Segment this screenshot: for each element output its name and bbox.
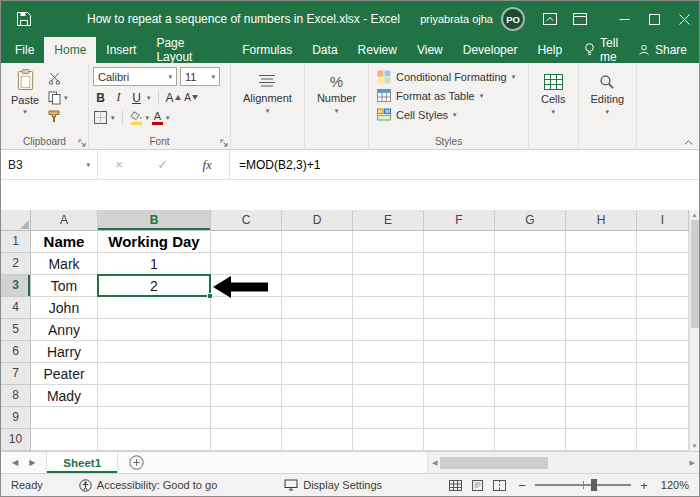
cell-B8[interactable] xyxy=(98,385,211,407)
cell-F3[interactable] xyxy=(424,275,495,297)
cell-D10[interactable] xyxy=(282,429,353,451)
number-button[interactable]: % Number ▾ xyxy=(309,67,364,115)
cell-H6[interactable] xyxy=(566,341,637,363)
tab-home[interactable]: Home xyxy=(44,37,96,63)
cell-A4[interactable]: John xyxy=(31,297,98,319)
copy-button[interactable]: ▾ xyxy=(48,90,68,105)
column-header-C[interactable]: C xyxy=(211,210,282,231)
cell-E6[interactable] xyxy=(353,341,424,363)
increase-font-button[interactable]: A xyxy=(166,89,181,106)
cell-B6[interactable] xyxy=(98,341,211,363)
cell-A3[interactable]: Tom xyxy=(31,275,98,297)
cell-C2[interactable] xyxy=(211,253,282,275)
column-header-B[interactable]: B xyxy=(98,210,211,231)
cell-H3[interactable] xyxy=(566,275,637,297)
sheet-nav-left-icon[interactable]: ◀ xyxy=(12,458,18,467)
accessibility-status[interactable]: Accessibility: Good to go xyxy=(79,479,217,492)
cell-H5[interactable] xyxy=(566,319,637,341)
cell-G10[interactable] xyxy=(495,429,566,451)
italic-button[interactable]: I xyxy=(111,89,126,106)
cell-D1[interactable] xyxy=(282,231,353,253)
cell-E1[interactable] xyxy=(353,231,424,253)
tab-data[interactable]: Data xyxy=(302,37,347,63)
row-header-1[interactable]: 1 xyxy=(1,231,31,253)
cell-F6[interactable] xyxy=(424,341,495,363)
cell-F5[interactable] xyxy=(424,319,495,341)
cell-G2[interactable] xyxy=(495,253,566,275)
borders-button[interactable] xyxy=(93,109,108,126)
bold-button[interactable]: B xyxy=(93,89,108,106)
cell-E5[interactable] xyxy=(353,319,424,341)
enter-entry-icon[interactable]: ✓ xyxy=(157,157,168,172)
horizontal-scrollbar[interactable]: ◀ ▶ xyxy=(427,452,699,473)
insert-function-button[interactable]: fx xyxy=(202,157,211,173)
cell-F9[interactable] xyxy=(424,407,495,429)
formula-input[interactable]: =MOD(B2,3)+1 xyxy=(230,150,699,179)
cell-C1[interactable] xyxy=(211,231,282,253)
cell-I7[interactable] xyxy=(637,363,689,385)
zoom-slider-thumb[interactable] xyxy=(591,479,597,491)
maximize-button[interactable] xyxy=(639,1,669,37)
cell-B10[interactable] xyxy=(98,429,211,451)
cell-A1[interactable]: Name xyxy=(31,231,98,253)
window-layout-button[interactable] xyxy=(565,1,595,37)
column-header-I[interactable]: I xyxy=(637,210,689,231)
cell-A2[interactable]: Mark xyxy=(31,253,98,275)
dialog-launcher-icon[interactable] xyxy=(78,139,86,147)
cell-B9[interactable] xyxy=(98,407,211,429)
format-painter-button[interactable] xyxy=(48,109,68,124)
fill-color-button[interactable] xyxy=(130,111,143,125)
zoom-slider[interactable] xyxy=(535,478,631,492)
paste-button[interactable]: Paste ▾ xyxy=(5,67,45,124)
tab-help[interactable]: Help xyxy=(527,37,572,63)
page-break-view-button[interactable] xyxy=(493,480,506,491)
cells-button[interactable]: Cells ▾ xyxy=(533,67,573,116)
vertical-scrollbar[interactable]: ▲ ▼ xyxy=(689,210,699,451)
dialog-launcher-icon[interactable] xyxy=(220,139,228,147)
cell-I6[interactable] xyxy=(637,341,689,363)
cell-A7[interactable]: Peater xyxy=(31,363,98,385)
font-size-select[interactable]: 11 ▾ xyxy=(180,67,220,86)
scroll-left-icon[interactable]: ◀ xyxy=(432,459,437,467)
cell-E3[interactable] xyxy=(353,275,424,297)
cell-F7[interactable] xyxy=(424,363,495,385)
column-header-G[interactable]: G xyxy=(495,210,566,231)
cell-B5[interactable] xyxy=(98,319,211,341)
sheet-nav-right-icon[interactable]: ▶ xyxy=(29,458,35,467)
cell-B1[interactable]: Working Day xyxy=(98,231,211,253)
cell-E9[interactable] xyxy=(353,407,424,429)
collapse-ribbon-button[interactable] xyxy=(684,140,693,145)
underline-button[interactable]: U xyxy=(129,89,144,106)
cell-D3[interactable] xyxy=(282,275,353,297)
cell-B2[interactable]: 1 xyxy=(98,253,211,275)
ribbon-display-options-button[interactable] xyxy=(535,1,565,37)
tell-me-button[interactable]: Tell me xyxy=(584,37,638,63)
row-header-10[interactable]: 10 xyxy=(1,429,31,451)
cell-B3[interactable]: 2 xyxy=(98,275,211,297)
cell-C8[interactable] xyxy=(211,385,282,407)
cell-I3[interactable] xyxy=(637,275,689,297)
cancel-entry-icon[interactable]: × xyxy=(115,157,123,172)
scroll-down-icon[interactable]: ▼ xyxy=(692,443,698,449)
share-button[interactable]: Share xyxy=(638,37,699,63)
cell-A9[interactable] xyxy=(31,407,98,429)
horizontal-scroll-thumb[interactable] xyxy=(440,457,548,469)
cell-G1[interactable] xyxy=(495,231,566,253)
column-header-E[interactable]: E xyxy=(353,210,424,231)
normal-view-button[interactable] xyxy=(449,480,462,491)
cell-I9[interactable] xyxy=(637,407,689,429)
cell-H8[interactable] xyxy=(566,385,637,407)
cell-A5[interactable]: Anny xyxy=(31,319,98,341)
row-header-5[interactable]: 5 xyxy=(1,319,31,341)
select-all-button[interactable] xyxy=(1,210,31,231)
cell-I4[interactable] xyxy=(637,297,689,319)
font-color-button[interactable]: A xyxy=(152,111,163,125)
cell-H9[interactable] xyxy=(566,407,637,429)
vertical-scroll-thumb[interactable] xyxy=(691,220,699,328)
tab-page-layout[interactable]: Page Layout xyxy=(146,37,232,63)
cell-F8[interactable] xyxy=(424,385,495,407)
cell-B4[interactable] xyxy=(98,297,211,319)
editing-button[interactable]: Editing ▾ xyxy=(583,67,633,116)
cell-G9[interactable] xyxy=(495,407,566,429)
cell-D8[interactable] xyxy=(282,385,353,407)
